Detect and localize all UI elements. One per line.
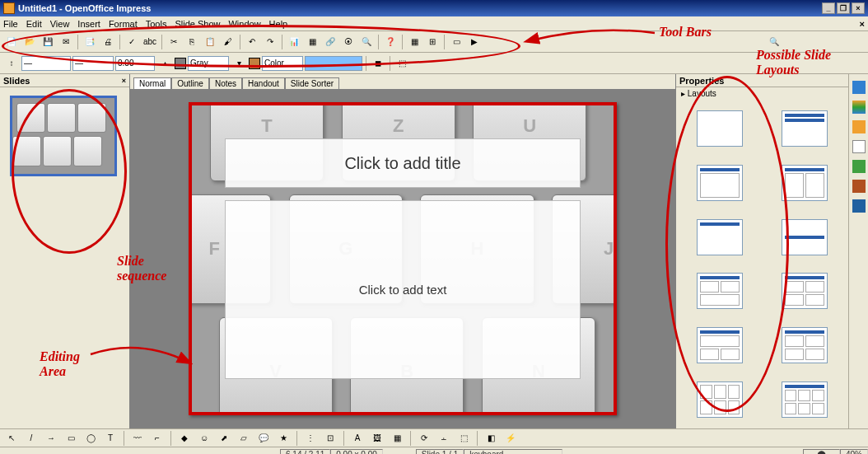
menu-edit[interactable]: Edit [26,19,42,29]
shadow-icon[interactable]: ◼ [370,55,386,72]
menu-view[interactable]: View [50,19,70,29]
flowchart-icon[interactable]: ▱ [236,430,252,447]
chart-icon[interactable]: 📊 [286,34,302,50]
slide-canvas[interactable]: T Z U F G H J V B N Click to add title C… [189,102,617,415]
fill-dropdown-icon[interactable]: ▾ [231,55,247,72]
line-icon[interactable]: / [23,430,40,447]
format-paint-icon[interactable]: 🖌 [220,34,236,50]
from-file-icon[interactable]: 🖼 [369,430,385,447]
tab-outline[interactable]: Outline [171,77,209,89]
print-icon[interactable]: 🖨 [100,34,116,50]
save-icon[interactable]: 💾 [40,34,56,50]
menu-file[interactable]: File [3,19,18,29]
autospell-icon[interactable]: abc [142,34,158,50]
slide-transition-tab-icon[interactable] [852,140,866,153]
custom-animation-tab-icon[interactable] [852,120,866,133]
connector-icon[interactable]: ⌐ [149,430,166,447]
arrange-icon[interactable]: ⬚ [394,55,410,72]
menu-format[interactable]: Format [109,19,138,29]
zoom-icon[interactable]: 🔍 [358,34,375,50]
navigator-icon[interactable]: ⦿ [340,34,357,50]
grid-icon[interactable]: ▦ [406,34,422,50]
status-zoom-slider[interactable]: —⬤— [803,449,840,455]
layout-two-content-b[interactable] [782,273,828,309]
text-icon[interactable]: T [102,430,119,447]
tab-normal[interactable]: Normal [133,77,171,89]
layout-content-over[interactable] [697,327,743,363]
slide-thumbnail-1[interactable] [10,96,117,176]
menu-insert[interactable]: Insert [77,19,100,29]
interaction-icon[interactable]: ⚡ [502,430,519,447]
master-pages-tab-icon[interactable] [852,101,866,114]
menu-help[interactable]: Help [269,19,288,29]
arrow-icon[interactable]: ↕ [3,55,20,72]
layout-two-content-a[interactable] [697,273,743,309]
ellipse-icon[interactable]: ◯ [82,430,99,447]
curve-icon[interactable]: 〰 [129,430,146,447]
arrow-line-icon[interactable]: → [43,430,59,447]
menu-window[interactable]: Window [228,19,260,29]
layout-six-a[interactable] [697,381,743,418]
hyperlink-icon[interactable]: 🔗 [322,34,338,50]
callouts-icon[interactable]: 💬 [255,430,272,447]
layout-title-only[interactable] [697,219,743,255]
tab-slide-sorter[interactable]: Slide Sorter [285,77,339,89]
text-placeholder[interactable]: Click to add text [225,200,581,379]
slides-panel-close-icon[interactable]: × [122,77,126,85]
layout-title-content[interactable] [697,165,743,201]
layout-centered-title[interactable] [782,219,828,255]
cut-icon[interactable]: ✂ [166,34,182,50]
spellcheck-icon[interactable]: ✓ [124,34,140,50]
points-icon[interactable]: ⋮ [302,430,319,447]
arrow-ends-combo[interactable]: — [72,56,114,71]
doc-close-button[interactable]: × [860,19,865,29]
layout-title[interactable] [782,110,828,147]
menu-tools[interactable]: Tools [146,19,167,29]
line-color-combo[interactable]: Gray [188,56,229,71]
menu-slideshow[interactable]: Slide Show [175,19,220,29]
symbol-shapes-icon[interactable]: ☺ [196,430,212,447]
new-icon[interactable]: 📄 [3,34,20,50]
tab-handout[interactable]: Handout [242,77,285,89]
restore-button[interactable]: ❐ [837,2,850,14]
layout-title-two-content[interactable] [782,165,828,201]
styles-tab-icon[interactable] [852,160,866,173]
paste-icon[interactable]: 📋 [202,34,218,50]
properties-tab-icon[interactable] [852,81,866,94]
rect-icon[interactable]: ▭ [63,430,79,447]
layout-blank[interactable] [697,110,743,147]
fill-type-combo[interactable]: Color [262,56,303,71]
navigator-tab-icon[interactable] [852,199,866,213]
line-color-swatch[interactable] [175,58,186,69]
slideshow-icon[interactable]: ▶ [466,34,483,50]
glue-icon[interactable]: ⊡ [322,430,338,447]
table-icon[interactable]: ▦ [304,34,320,50]
layouts-section-label[interactable]: ▸ Layouts [676,87,848,100]
stars-icon[interactable]: ★ [275,430,292,447]
line-style-combo[interactable]: — [21,56,71,71]
close-button[interactable]: × [852,2,865,14]
tab-notes[interactable]: Notes [209,77,242,89]
help-icon[interactable]: ❓ [382,34,399,50]
minimize-button[interactable]: _ [822,2,835,14]
redo-icon[interactable]: ↷ [262,34,278,50]
block-arrows-icon[interactable]: ⬈ [216,430,232,447]
fill-color-combo[interactable] [305,56,362,71]
select-icon[interactable]: ↖ [3,430,20,447]
layout-four-content[interactable] [782,327,828,363]
line-color-up-icon[interactable]: ▴ [156,55,173,72]
copy-icon[interactable]: ⎘ [184,34,200,50]
insert-icon[interactable]: ▦ [389,430,405,447]
basic-shapes-icon[interactable]: ◆ [176,430,193,447]
undo-icon[interactable]: ↶ [244,34,260,50]
open-icon[interactable]: 📂 [21,34,38,50]
align-icon[interactable]: ⫠ [436,430,452,447]
layout-six-b[interactable] [782,381,828,418]
fontwork-icon[interactable]: A [349,430,366,447]
canvas-viewport[interactable]: T Z U F G H J V B N Click to add title C… [130,89,675,428]
email-icon[interactable]: ✉ [58,34,74,50]
arrange2-icon[interactable]: ⬚ [455,430,472,447]
display-grid-icon[interactable]: ⊞ [424,34,441,50]
line-width-field[interactable]: 0.00 [115,56,155,71]
slide-icon[interactable]: ▭ [448,34,464,50]
